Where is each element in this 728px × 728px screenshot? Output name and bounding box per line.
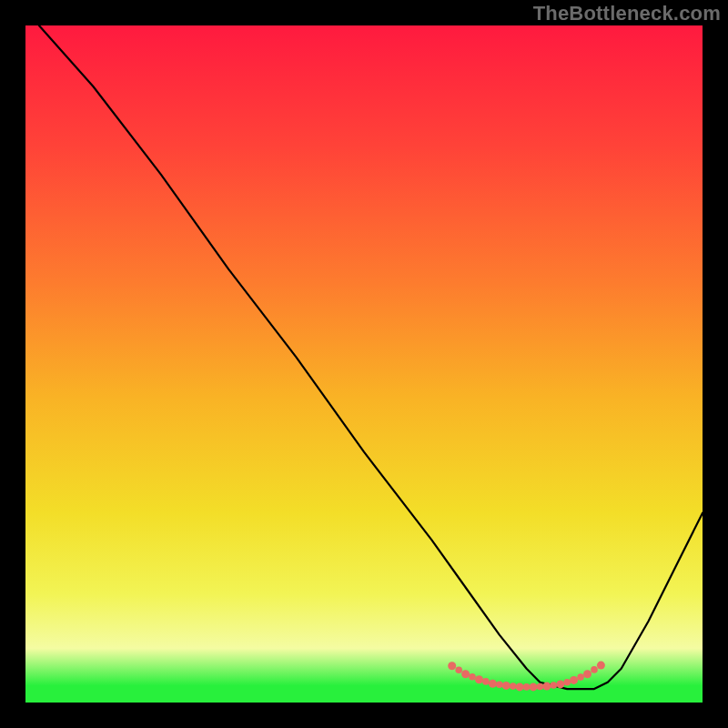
valley-dot — [469, 673, 476, 681]
valley-dot — [570, 676, 578, 684]
valley-dot — [502, 682, 511, 690]
valley-dot — [597, 662, 605, 670]
valley-dot — [556, 680, 564, 688]
valley-dot — [461, 670, 470, 678]
valley-dot — [510, 682, 517, 690]
valley-dot — [455, 667, 462, 674]
valley-dot — [530, 682, 538, 691]
valley-dot — [563, 679, 571, 686]
valley-dot — [489, 680, 497, 688]
valley-dot — [591, 666, 598, 673]
bottleneck-chart — [25, 25, 703, 703]
valley-dot — [542, 682, 551, 691]
valley-dot — [577, 673, 584, 681]
watermark-label: TheBottleneck.com — [533, 2, 721, 25]
valley-dot — [496, 682, 503, 689]
chart-stage: TheBottleneck.com — [0, 0, 728, 728]
valley-dot — [516, 682, 524, 691]
chart-background — [25, 25, 703, 703]
valley-dot — [448, 662, 456, 670]
valley-dot — [475, 675, 483, 683]
valley-dot — [583, 670, 592, 678]
valley-dot — [537, 683, 544, 691]
valley-dot — [551, 682, 558, 689]
valley-dot — [482, 678, 490, 685]
valley-dot — [523, 683, 531, 691]
